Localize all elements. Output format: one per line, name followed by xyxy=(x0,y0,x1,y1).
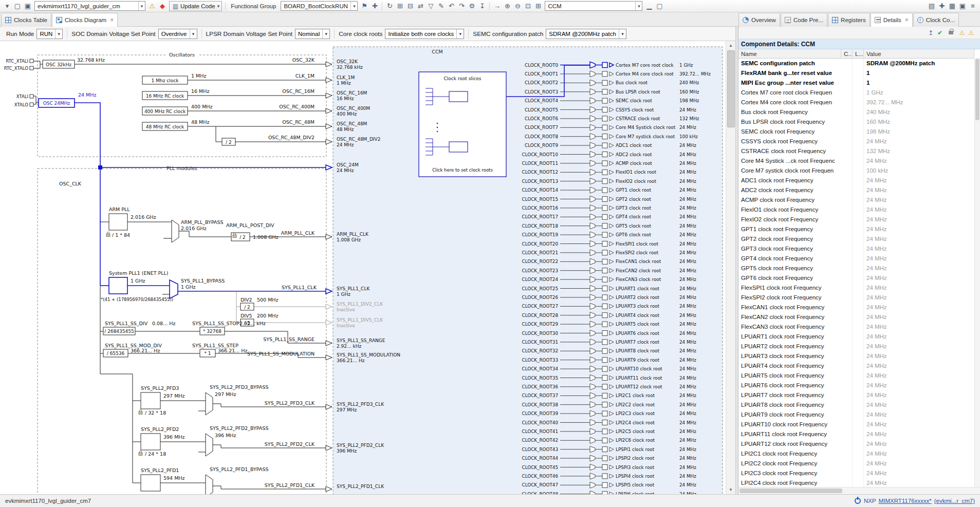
details-row[interactable]: GPT6 clock root Frequency24 MHz xyxy=(738,273,974,283)
warnings-filter-icon[interactable]: ⚠ xyxy=(957,28,967,38)
clock-root-gate[interactable] xyxy=(602,313,607,318)
details-column-header[interactable]: C... xyxy=(841,49,853,58)
details-row[interactable]: GPT1 clock root Frequency24 MHz xyxy=(738,224,974,234)
details-row[interactable]: LPUART11 clock root Frequency24 MHz xyxy=(738,429,974,439)
details-row[interactable]: LPI2C3 clock root Frequency24 MHz xyxy=(738,468,974,478)
details-row[interactable]: LPI2C4 clock root Frequency24 MHz xyxy=(738,478,974,487)
maximize-view-icon[interactable]: ▢ xyxy=(654,1,664,11)
clock-root-gate[interactable] xyxy=(602,340,607,345)
clock-root-gate[interactable] xyxy=(602,366,607,371)
clocks-diagram-svg[interactable]: OscillatorsPLL modulesCCMOSC 32kHz1 Mhz … xyxy=(0,41,726,494)
details-row[interactable]: Bus clock root Frequency240 MHz xyxy=(738,107,974,117)
sys-pll2-pfd1-bypass-mux[interactable] xyxy=(206,475,213,494)
ccm-input-arrow-OSC_RC_16M[interactable] xyxy=(326,93,332,98)
clock-root-gate[interactable] xyxy=(602,456,607,461)
scroll-up-icon[interactable]: ▲ xyxy=(726,41,735,50)
details-row[interactable]: FlexSPI1 clock root Frequency24 MHz xyxy=(738,283,974,293)
clock-root-gate[interactable] xyxy=(602,438,607,443)
clock-root-gate[interactable] xyxy=(602,179,607,184)
details-row[interactable]: MIPI Esc group ...nter reset value1 xyxy=(738,78,974,88)
close-tab-icon[interactable]: × xyxy=(905,16,909,24)
more-toolbar-icon[interactable]: ≡ xyxy=(968,1,978,11)
details-row[interactable]: FlexRAM bank g...ter reset value1 xyxy=(738,68,974,78)
ccm-input-arrow-SYS_PLL1_CLK[interactable] xyxy=(326,289,332,294)
ccm-input-arrow-SYS_PLL2_PFD1_CLK[interactable] xyxy=(326,486,332,492)
details-row[interactable]: Cortex M7 core root clock Frequen1 GHz xyxy=(738,88,974,98)
ccm-input-arrow-ARM_PLL_CLK[interactable] xyxy=(326,234,332,239)
xtalo-pin[interactable] xyxy=(30,103,33,106)
close-tab-icon[interactable]: × xyxy=(110,16,114,24)
details-row[interactable]: LPUART1 clock root Frequency24 MHz xyxy=(738,332,974,342)
details-row[interactable]: ADC1 clock root Frequency24 MHz xyxy=(738,176,974,185)
clock-root-gate[interactable] xyxy=(602,429,607,434)
clock-root-gate[interactable] xyxy=(602,447,607,452)
status-link[interactable]: MIMXRT1176xxxxx* xyxy=(879,498,932,504)
details-row[interactable]: LPUART10 clock root Frequency24 MHz xyxy=(738,420,974,429)
ccm-input-arrow-OSC_RC_48M_DIV2[interactable] xyxy=(326,139,332,144)
refresh-icon[interactable]: ↻ xyxy=(384,1,395,11)
clock-root-gate[interactable] xyxy=(602,241,607,247)
flag-functional-group-icon[interactable]: ⚑ xyxy=(359,1,369,11)
clock-slice-divider[interactable] xyxy=(449,142,468,152)
clock-root-gate[interactable] xyxy=(602,232,607,237)
clock-root-gate[interactable] xyxy=(602,268,607,273)
clock-root-gate[interactable] xyxy=(602,116,607,121)
lock-icon[interactable] xyxy=(949,31,953,34)
clock-root-gate[interactable] xyxy=(602,411,607,416)
slices-hint[interactable]: Click here to set clock roots xyxy=(432,167,493,173)
clock-root-gate[interactable] xyxy=(602,125,607,130)
setting-select[interactable]: Overdrive▾ xyxy=(158,29,197,39)
clock-root-gate[interactable] xyxy=(602,152,607,157)
filter-icon[interactable]: ▽ xyxy=(426,1,436,11)
errors-indicator-icon[interactable]: ◆ xyxy=(157,1,168,11)
details-table-header[interactable]: NameC...L...Value xyxy=(738,49,974,59)
setting-select[interactable]: RUN▾ xyxy=(36,29,63,39)
status-link[interactable]: (evkmi...r_cm7) xyxy=(934,498,975,504)
clock-root-gate[interactable] xyxy=(602,331,607,336)
clock-root-gate[interactable] xyxy=(602,259,607,264)
redo-icon[interactable]: ↷ xyxy=(456,1,467,11)
ccm-input-arrow-SYS_PLL1_SS_MODULATION[interactable] xyxy=(326,355,332,360)
clock-root-gate[interactable] xyxy=(602,358,607,363)
scroll-down-icon[interactable]: ▼ xyxy=(726,485,735,494)
clock-root-gate[interactable] xyxy=(602,295,607,300)
details-row[interactable]: LPUART5 clock root Frequency24 MHz xyxy=(738,371,974,381)
details-row[interactable]: GPT5 clock root Frequency24 MHz xyxy=(738,264,974,273)
wire-junction[interactable] xyxy=(98,165,102,170)
edit-icon[interactable]: ✎ xyxy=(436,1,446,11)
functional-group-combo[interactable]: BOARD_BootClockRUN ▾ xyxy=(281,1,358,11)
details-row[interactable]: LPUART8 clock root Frequency24 MHz xyxy=(738,400,974,410)
details-row[interactable]: LPUART4 clock root Frequency24 MHz xyxy=(738,361,974,371)
clock-slice-divider[interactable] xyxy=(449,91,468,102)
validation-ok-icon[interactable]: ✔ xyxy=(935,28,945,38)
details-row[interactable]: LPUART9 clock root Frequency24 MHz xyxy=(738,410,974,420)
details-row[interactable]: CSSYS clock root Frequency24 MHz xyxy=(738,137,974,146)
details-row[interactable]: FlexCAN2 clock root Frequency24 MHz xyxy=(738,312,974,322)
copy-icon[interactable]: ⊞ xyxy=(395,1,405,11)
clock-root-gate[interactable] xyxy=(602,375,607,381)
clock-root-gate[interactable] xyxy=(602,474,607,479)
details-row[interactable]: Bus LPSR clock root Frequency160 MHz xyxy=(738,117,974,127)
new-configuration-icon[interactable]: ▢ xyxy=(12,1,23,11)
details-row[interactable]: SEMC clock root Frequency198 MHz xyxy=(738,127,974,137)
clock-root-gate[interactable] xyxy=(602,482,607,487)
ccm-input-arrow-OSC_24M[interactable] xyxy=(326,165,332,170)
zoom-fit-icon[interactable]: ⊡ xyxy=(523,1,533,11)
rtc-xtali-pin[interactable] xyxy=(30,59,33,63)
compare-icon[interactable]: ⇄ xyxy=(415,1,426,11)
clock-root-gate[interactable] xyxy=(602,187,607,193)
diagram-vertical-scrollbar[interactable]: ▲ ▼ xyxy=(726,41,735,494)
diagram-scrollbar-thumb[interactable] xyxy=(727,50,735,127)
details-row[interactable]: LPUART2 clock root Frequency24 MHz xyxy=(738,342,974,351)
status-link[interactable]: NXP xyxy=(864,498,876,504)
details-row[interactable]: LPUART6 clock root Frequency24 MHz xyxy=(738,381,974,390)
clock-root-gate[interactable] xyxy=(602,250,607,255)
arm-pll-box[interactable] xyxy=(109,214,127,230)
arm-pll-bypass-mux[interactable] xyxy=(172,220,179,242)
ccm-input-arrow-SYS_PLL2_PFD3_CLK[interactable] xyxy=(326,404,332,409)
details-row[interactable]: ADC2 clock root Frequency24 MHz xyxy=(738,185,974,195)
ccm-input-arrow-SYS_PLL1_DIV5_CLK[interactable] xyxy=(326,320,332,325)
setting-select[interactable]: SDRAM @200MHz patch▾ xyxy=(546,29,626,39)
undo-icon[interactable]: ↶ xyxy=(446,1,456,11)
clock-root-gate[interactable] xyxy=(602,98,607,103)
